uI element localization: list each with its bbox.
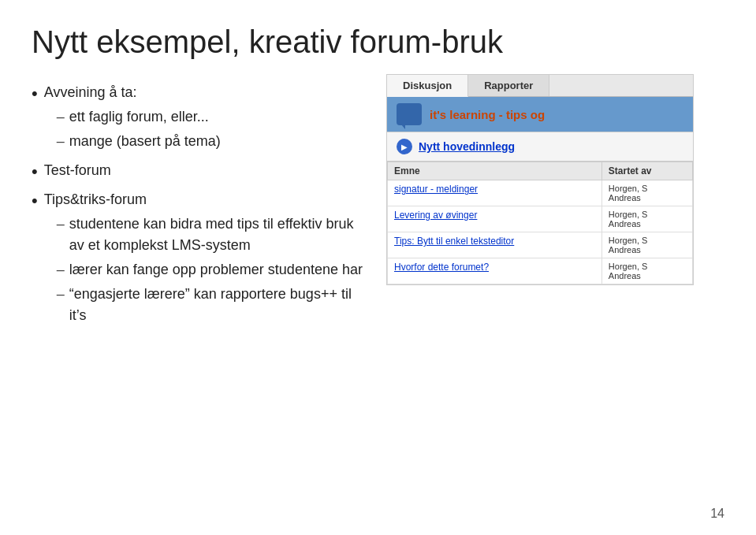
bullet-dot-2: • xyxy=(32,160,38,184)
table-header-row: Emne Startet av xyxy=(388,162,693,180)
sub-list-item-1-1: – ett faglig forum, eller... xyxy=(44,106,363,128)
forum-header: it's learning - tips og xyxy=(387,97,693,132)
forum-subject-link[interactable]: Hvorfor dette forumet? xyxy=(394,262,489,273)
sub-list-1: – ett faglig forum, eller... – mange (ba… xyxy=(44,106,363,152)
table-row: Levering av øvingerHorgen, SAndreas xyxy=(388,206,693,232)
sub-list-item-3-1: – studentene kan bidra med tips til effe… xyxy=(44,214,363,256)
sub-list-item-3-3-text: “engasjerte lærere” kan rapportere bugs+… xyxy=(69,284,363,326)
forum-subject-cell: Levering av øvinger xyxy=(388,206,602,232)
col-header-startet: Startet av xyxy=(601,162,692,180)
table-row: Hvorfor dette forumet?Horgen, SAndreas xyxy=(388,258,693,284)
dash-icon: – xyxy=(57,214,65,235)
col-header-emne: Emne xyxy=(388,162,602,180)
forum-tabs: Diskusjon Rapporter xyxy=(387,75,693,97)
page-number: 14 xyxy=(710,507,724,521)
forum-author-cell: Horgen, SAndreas xyxy=(601,232,692,258)
slide-title: Nytt eksempel, kreativ forum-bruk xyxy=(32,24,724,60)
dash-icon: – xyxy=(57,106,65,128)
new-post-link[interactable]: Nytt hovedinnlegg xyxy=(419,140,515,153)
dash-icon: – xyxy=(57,284,65,305)
bullet-dot-1: • xyxy=(32,82,38,106)
bullet-dot-3: • xyxy=(32,189,38,214)
forum-subject-link[interactable]: signatur - meldinger xyxy=(394,184,478,195)
content-area: • Avveining å ta: – ett faglig forum, el… xyxy=(32,82,724,334)
table-row: signatur - meldingerHorgen, SAndreas xyxy=(388,180,693,206)
forum-subject-link[interactable]: Tips: Bytt til enkel teksteditor xyxy=(394,236,514,247)
tab-rapporter[interactable]: Rapporter xyxy=(468,75,549,96)
slide: Nytt eksempel, kreativ forum-bruk • Avve… xyxy=(0,0,756,535)
sub-list-item-1-2: – mange (basert på tema) xyxy=(44,131,363,152)
sub-list-item-3-3: – “engasjerte lærere” kan rapportere bug… xyxy=(44,284,363,326)
sub-list-item-1-1-text: ett faglig forum, eller... xyxy=(69,106,363,128)
sub-list-item-3-1-text: studentene kan bidra med tips til effekt… xyxy=(69,214,363,256)
list-item-2: • Test-forum xyxy=(32,160,363,184)
new-post-arrow-icon xyxy=(397,139,412,154)
forum-subject-cell: Tips: Bytt til enkel teksteditor xyxy=(388,232,602,258)
list-item-1-text: Avveining å ta: xyxy=(44,84,137,100)
chat-icon xyxy=(397,103,422,125)
sub-list-item-1-2-text: mange (basert på tema) xyxy=(69,131,363,152)
forum-title: it's learning - tips og xyxy=(430,108,545,121)
list-item-3: • Tips&triks-forum – studentene kan bidr… xyxy=(32,189,363,329)
forum-subject-cell: signatur - meldinger xyxy=(388,180,602,206)
forum-ui: Diskusjon Rapporter it's learning - tips… xyxy=(386,74,694,285)
new-post-row: Nytt hovedinnlegg xyxy=(387,132,693,162)
forum-author-cell: Horgen, SAndreas xyxy=(601,206,692,232)
main-list: • Avveining å ta: – ett faglig forum, el… xyxy=(32,82,363,329)
forum-table: Emne Startet av signatur - meldingerHorg… xyxy=(387,162,693,284)
right-panel: Diskusjon Rapporter it's learning - tips… xyxy=(386,74,724,285)
sub-list-item-3-2: – lærer kan fange opp problemer studente… xyxy=(44,259,363,281)
tab-diskusjon[interactable]: Diskusjon xyxy=(387,75,468,97)
list-item-3-content: Tips&triks-forum – studentene kan bidra … xyxy=(44,189,363,329)
dash-icon: – xyxy=(57,259,65,281)
list-item-3-text: Tips&triks-forum xyxy=(44,191,147,207)
dash-icon: – xyxy=(57,131,65,152)
sub-list-item-3-2-text: lærer kan fange opp problemer studentene… xyxy=(69,259,363,281)
forum-author-cell: Horgen, SAndreas xyxy=(601,180,692,206)
sub-list-3: – studentene kan bidra med tips til effe… xyxy=(44,214,363,326)
list-item-1-content: Avveining å ta: – ett faglig forum, elle… xyxy=(44,82,363,155)
table-row: Tips: Bytt til enkel teksteditorHorgen, … xyxy=(388,232,693,258)
forum-author-cell: Horgen, SAndreas xyxy=(601,258,692,284)
forum-subject-cell: Hvorfor dette forumet? xyxy=(388,258,602,284)
left-panel: • Avveining å ta: – ett faglig forum, el… xyxy=(32,82,363,334)
list-item-1: • Avveining å ta: – ett faglig forum, el… xyxy=(32,82,363,155)
list-item-2-text: Test-forum xyxy=(44,160,363,181)
forum-subject-link[interactable]: Levering av øvinger xyxy=(394,210,477,221)
